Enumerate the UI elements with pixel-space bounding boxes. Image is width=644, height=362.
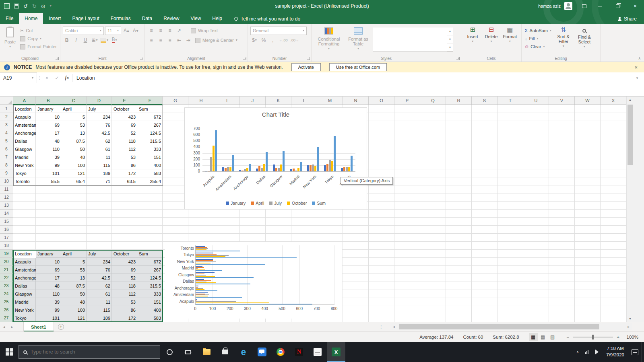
collapse-ribbon-button[interactable]: ∧ (638, 56, 641, 60)
cell-D5[interactable]: 62 (87, 137, 112, 145)
cell-E24[interactable]: 112 (112, 290, 137, 298)
cell-D24[interactable]: 61 (87, 290, 112, 298)
new-sheet-button[interactable]: + (58, 324, 64, 330)
formula-input[interactable]: Location (72, 75, 630, 81)
wrap-text-button[interactable]: Wrap Text (190, 27, 219, 35)
cell-E10[interactable]: 63.5 (112, 177, 137, 185)
excel-taskbar-button[interactable]: X (327, 342, 345, 362)
select-all-button[interactable] (0, 97, 13, 105)
font-color-button[interactable]: B ▾ (110, 36, 118, 44)
cell-D3[interactable]: 76 (87, 121, 112, 129)
row-header-5[interactable]: 5 (0, 137, 13, 145)
row-header-6[interactable]: 6 (0, 145, 13, 153)
cell-E5[interactable]: 118 (112, 137, 137, 145)
cell-D10[interactable]: 71 (87, 177, 112, 185)
number-format-select[interactable]: General ▾ (250, 27, 307, 35)
scroll-right-icon[interactable]: ▸ (625, 325, 632, 329)
cell-E2[interactable]: 423 (112, 113, 137, 121)
comma-style-button[interactable]: , (269, 36, 277, 44)
zoom-in-button[interactable]: + (617, 335, 619, 339)
cell-A2[interactable]: Acapulo (13, 113, 36, 121)
align-right-button[interactable]: ≡ (166, 36, 174, 44)
format-as-table-button[interactable]: Format as Table ▾ (345, 26, 371, 55)
tab-help[interactable]: Help (206, 13, 228, 24)
cell-C25[interactable]: 48 (61, 298, 87, 306)
name-box[interactable]: A19 ▾ (0, 72, 37, 83)
cell-D23[interactable]: 62 (87, 282, 112, 290)
column-header-V[interactable]: V (549, 97, 575, 105)
network-icon[interactable] (582, 342, 592, 362)
notice-close-icon[interactable]: × (634, 64, 638, 70)
cell-C21[interactable]: 53 (61, 266, 87, 274)
scroll-down-icon[interactable]: ▼ (627, 315, 634, 322)
insert-function-button[interactable]: fx (62, 72, 72, 83)
cell-styles-gallery[interactable]: ▲ ▼ ▼ (373, 27, 453, 52)
fill-color-button[interactable]: ▾ (100, 36, 109, 44)
redo-button[interactable]: ↻ (32, 4, 37, 9)
cell-E22[interactable]: 52 (112, 274, 137, 282)
cell-B21[interactable]: 69 (36, 266, 61, 274)
cell-B2[interactable]: 10 (36, 113, 61, 121)
find-select-button[interactable]: Find & Select ▾ (575, 26, 594, 55)
column-header-W[interactable]: W (575, 97, 601, 105)
page-layout-view-button[interactable]: ▤ (539, 333, 547, 341)
cell-D2[interactable]: 234 (87, 113, 112, 121)
cell-C7[interactable]: 48 (61, 153, 87, 161)
cell-A10[interactable]: Toronto (13, 177, 36, 185)
align-center-button[interactable]: ≡ (157, 36, 165, 44)
restore-button[interactable] (609, 0, 626, 12)
legend-july[interactable]: July (269, 201, 282, 206)
row-header-22[interactable]: 22 (0, 274, 13, 282)
cell-grid[interactable]: Chart Title JanuaryAprilJulyOctoberSum 7… (0, 97, 626, 322)
align-middle-button[interactable]: ≡ (157, 27, 165, 35)
column-header-Q[interactable]: Q (420, 97, 446, 105)
cell-D8[interactable]: 115 (87, 161, 112, 169)
format-cells-button[interactable]: ▦ Format ▾ (501, 26, 519, 55)
zoom-slider[interactable] (573, 337, 613, 337)
cell-B6[interactable]: 110 (36, 145, 61, 153)
column-header-U[interactable]: U (523, 97, 549, 105)
column-header-E[interactable]: E (112, 97, 137, 105)
cut-button[interactable]: ✂ Cut (19, 27, 58, 35)
cell-B4[interactable]: 17 (36, 129, 61, 137)
row-header-27[interactable]: 27 (0, 314, 13, 322)
minimize-button[interactable] (591, 0, 609, 12)
cell-D27[interactable]: 189 (87, 314, 112, 322)
row-header-8[interactable]: 8 (0, 161, 13, 169)
zoom-slider-thumb[interactable] (592, 335, 594, 339)
fill-button[interactable]: ↓ Fill ▾ (524, 35, 552, 43)
row-header-14[interactable]: 14 (0, 210, 13, 218)
cell-F9[interactable]: 583 (137, 169, 163, 177)
cell-E7[interactable]: 53 (112, 153, 137, 161)
cell-C24[interactable]: 50 (61, 290, 87, 298)
cell-B26[interactable]: 99 (36, 306, 61, 314)
store-button[interactable] (216, 342, 234, 362)
row-header-15[interactable]: 15 (0, 218, 13, 226)
alignment-dialog-launcher[interactable] (243, 57, 246, 60)
task-view-button[interactable] (179, 342, 197, 362)
vertical-scrollbar[interactable]: ▲ ▼ (626, 97, 633, 322)
cell-A7[interactable]: Madrid (13, 153, 36, 161)
undo-button[interactable]: ↺ (23, 4, 28, 9)
tab-data[interactable]: Data (136, 13, 158, 24)
cell-A9[interactable]: Tokyo (13, 169, 36, 177)
font-family-select[interactable]: Calibri ▾ (63, 27, 104, 35)
cell-C9[interactable]: 121 (61, 169, 87, 177)
account-avatar[interactable] (564, 2, 572, 10)
notes-app-button[interactable] (308, 342, 327, 362)
orientation-button[interactable]: ↗ (175, 27, 183, 35)
sheet-nav-right-icon[interactable]: ▸ (8, 325, 16, 329)
column-header-N[interactable]: N (343, 97, 369, 105)
font-dialog-launcher[interactable] (140, 57, 143, 60)
column-header-I[interactable]: I (214, 97, 240, 105)
bar-chart-plot-area[interactable] (195, 245, 334, 305)
cell-A24[interactable]: Glasgow (13, 290, 36, 298)
column-header-J[interactable]: J (240, 97, 266, 105)
page-break-view-button[interactable]: ▧ (548, 333, 557, 341)
cell-A3[interactable]: Amsterdam (13, 121, 36, 129)
row-header-26[interactable]: 26 (0, 306, 13, 314)
cell-A8[interactable]: New York (13, 161, 36, 169)
cell-E9[interactable]: 172 (112, 169, 137, 177)
legend-january[interactable]: January (226, 201, 246, 206)
sheet-nav-left-icon[interactable]: ◂ (0, 325, 8, 329)
